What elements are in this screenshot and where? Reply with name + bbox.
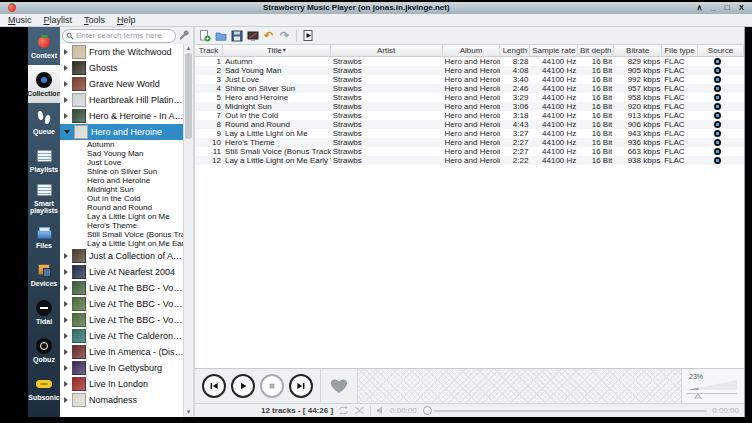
play-button[interactable]	[231, 374, 255, 398]
tree-track-hero-and-heroine[interactable]: Hero and Heroine	[60, 176, 184, 185]
shade-button[interactable]: ∧	[697, 3, 703, 13]
tree-album-live-at-the-bbc-vol-one-i[interactable]: Live At The BBC - Vol One I...	[60, 280, 184, 296]
column-header-bitrate[interactable]: Bitrate	[614, 45, 662, 56]
expand-arrow-icon[interactable]	[64, 365, 68, 371]
seek-slider-handle[interactable]	[423, 406, 432, 415]
tree-album-heartbreak-hill-platinum-edit[interactable]: Heartbreak Hill Platinum Edit...	[60, 92, 184, 108]
tree-album-hero-heroine-in-ascencia[interactable]: Hero & Heroine - In Ascencia	[60, 108, 184, 124]
tree-track-midnight-sun[interactable]: Midnight Sun	[60, 185, 184, 194]
tree-album-live-in-london[interactable]: Live In London	[60, 376, 184, 392]
column-header-file-type[interactable]: File type	[662, 45, 698, 56]
playlist-row-10[interactable]: 10 Hero's Theme Strawbs Hero and Heroine…	[195, 138, 744, 147]
expand-arrow-icon[interactable]	[64, 397, 68, 403]
menu-tools[interactable]: Tools	[84, 15, 105, 25]
playlist-row-2[interactable]: 2 Sad Young Man Strawbs Hero and Heroine…	[195, 66, 744, 75]
mute-button[interactable]	[376, 406, 386, 415]
previous-button[interactable]	[202, 374, 226, 398]
stop-button[interactable]	[260, 374, 284, 398]
playlist-row-12[interactable]: 12 Lay a Little Light on Me Early Ver (B…	[195, 156, 744, 165]
column-header-title[interactable]: Title▾	[223, 45, 331, 56]
sidebar-item-tidal[interactable]: Tidal	[28, 293, 60, 331]
expand-arrow-icon[interactable]	[64, 81, 68, 87]
expand-arrow-icon[interactable]	[64, 301, 68, 307]
playlist-row-4[interactable]: 4 Shine on Silver Sun Strawbs Hero and H…	[195, 84, 744, 93]
tree-album-from-the-witchwood[interactable]: From the Witchwood	[60, 44, 184, 60]
menu-music[interactable]: Music	[8, 15, 32, 25]
tree-album-live-at-the-bbc-vol-two-in[interactable]: Live At The BBC - Vol Two In...	[60, 296, 184, 312]
playlist-row-1[interactable]: 1 Autumn Strawbs Hero and Heroine 8:28 4…	[195, 57, 744, 66]
tree-track-shine-on-silver-sun[interactable]: Shine on Silver Sun	[60, 167, 184, 176]
playlist-row-7[interactable]: 7 Out in the Cold Strawbs Hero and Heroi…	[195, 111, 744, 120]
expand-arrow-icon[interactable]	[64, 381, 68, 387]
shuffle-button[interactable]	[354, 406, 365, 415]
menu-playlist[interactable]: Playlist	[44, 15, 73, 25]
playlist-row-8[interactable]: 8 Round and Round Strawbs Hero and Heroi…	[195, 120, 744, 129]
seek-slider-track[interactable]	[434, 410, 708, 412]
sidebar-item-queue[interactable]: Queue	[28, 103, 60, 141]
column-header-track[interactable]: Track	[195, 45, 223, 56]
tree-track-still-small-voice-bonus-track[interactable]: Still Small Voice (Bonus Track)	[60, 230, 184, 239]
clear-playlist-button[interactable]	[246, 29, 259, 42]
close-button[interactable]: X	[739, 3, 744, 13]
tree-album-grave-new-world[interactable]: Grave New World	[60, 76, 184, 92]
column-header-artist[interactable]: Artist	[331, 45, 443, 56]
tree-album-ghosts[interactable]: Ghosts	[60, 60, 184, 76]
repeat-button[interactable]	[338, 406, 349, 415]
expand-arrow-icon[interactable]	[64, 65, 68, 71]
search-input[interactable]: Enter search terms here	[62, 29, 176, 43]
sidebar-item-devices[interactable]: Devices	[28, 255, 60, 293]
save-playlist-button[interactable]	[230, 29, 243, 42]
collection-settings-button[interactable]	[178, 29, 191, 42]
maximize-button[interactable]: □	[725, 3, 730, 13]
sidebar-item-context[interactable]: Context	[28, 27, 60, 65]
tree-album-live-in-america-disc-1[interactable]: Live In America - (Disc 1)	[60, 344, 184, 360]
playlist-row-5[interactable]: 5 Hero and Heroine Strawbs Hero and Hero…	[195, 93, 744, 102]
redo-button[interactable]: ↷	[278, 29, 291, 42]
tree-track-sad-young-man[interactable]: Sad Young Man	[60, 149, 184, 158]
tree-album-live-in-gettysburg[interactable]: Live In Gettysburg	[60, 360, 184, 376]
column-header-bit-depth[interactable]: Bit depth	[578, 45, 614, 56]
tree-track-hero-s-theme[interactable]: Hero's Theme	[60, 221, 184, 230]
tree-album-nomadness[interactable]: Nomadness	[60, 392, 184, 408]
expand-arrow-icon[interactable]	[64, 285, 68, 291]
expand-arrow-icon[interactable]	[64, 113, 68, 119]
playlist-tab[interactable]	[302, 29, 315, 42]
column-header-source[interactable]: Source	[698, 45, 744, 56]
tree-album-live-at-nearfest-2004[interactable]: Live At Nearfest 2004	[60, 264, 184, 280]
heart-icon[interactable]	[329, 377, 349, 395]
seek-area[interactable]	[357, 369, 681, 403]
menu-help[interactable]: Help	[117, 15, 136, 25]
tree-track-out-in-the-cold[interactable]: Out in the Cold	[60, 194, 184, 203]
scroll-down-icon[interactable]: ▼	[185, 409, 192, 416]
scroll-up-icon[interactable]: ▲	[185, 45, 192, 52]
new-playlist-button[interactable]	[198, 29, 211, 42]
tree-album-hero-and-heroine[interactable]: Hero and Heroine	[60, 124, 184, 140]
volume-control[interactable]: 23%	[681, 369, 744, 403]
playlist-row-6[interactable]: 6 Midnight Sun Strawbs Hero and Heroine …	[195, 102, 744, 111]
tree-album-live-at-the-bbc-vol-two-in[interactable]: Live At The BBC - Vol Two In...	[60, 312, 184, 328]
tree-track-round-and-round[interactable]: Round and Round	[60, 203, 184, 212]
expand-arrow-icon[interactable]	[64, 97, 68, 103]
expand-arrow-icon[interactable]	[64, 269, 68, 275]
sidebar-item-subsonic[interactable]: Subsonic	[28, 369, 60, 407]
tree-track-lay-a-little-light-on-me-early-v[interactable]: Lay a Little Light on Me Early V...	[60, 239, 184, 248]
column-header-sample-rate[interactable]: Sample rate	[530, 45, 578, 56]
column-header-album[interactable]: Album	[443, 45, 501, 56]
expand-arrow-icon[interactable]	[64, 130, 70, 134]
undo-button[interactable]: ↶	[262, 29, 275, 42]
expand-arrow-icon[interactable]	[64, 49, 68, 55]
next-button[interactable]	[289, 374, 313, 398]
playlist-empty-area[interactable]	[195, 165, 744, 368]
tree-track-autumn[interactable]: Autumn	[60, 140, 184, 149]
column-header-length[interactable]: Length	[500, 45, 530, 56]
expand-arrow-icon[interactable]	[64, 317, 68, 323]
tree-album-live-at-the-calderone-new[interactable]: Live At The Calderone, New ...	[60, 328, 184, 344]
expand-arrow-icon[interactable]	[64, 349, 68, 355]
scrollbar-thumb[interactable]	[185, 53, 192, 139]
expand-arrow-icon[interactable]	[64, 333, 68, 339]
playlist-row-3[interactable]: 3 Just Love Strawbs Hero and Heroine 3:4…	[195, 75, 744, 84]
playlist-row-9[interactable]: 9 Lay a Little Light on Me Strawbs Hero …	[195, 129, 744, 138]
open-playlist-button[interactable]	[214, 29, 227, 42]
tree-album-just-a-collection-of-antiques[interactable]: Just a Collection of Antiques ...	[60, 248, 184, 264]
sidebar-item-qobuz[interactable]: Qobuz	[28, 331, 60, 369]
